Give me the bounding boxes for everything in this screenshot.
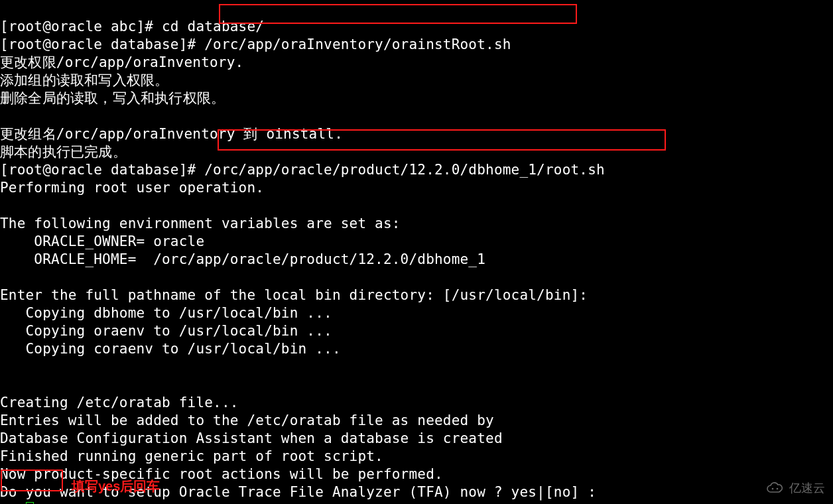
term-line: Entries will be added to the /etc/oratab…: [0, 412, 494, 428]
term-line: 更改权限/orc/app/oraInventory.: [0, 54, 243, 70]
term-line: 脚本的执行已完成。: [0, 144, 127, 160]
cmd-rootsh: /orc/app/oracle/product/12.2.0/dbhome_1/…: [204, 162, 605, 178]
terminal[interactable]: [root@oracle abc]# cd database/ [root@or…: [0, 0, 833, 504]
term-line: 删除全局的读取，写入和执行权限。: [0, 90, 225, 106]
term-prompt: [root@oracle database]#: [0, 162, 204, 178]
term-line: 更改组名/orc/app/oraInventory 到 oinstall.: [0, 126, 343, 142]
term-line: Database Configuration Assistant when a …: [0, 430, 503, 446]
term-line: Copying dbhome to /usr/local/bin ...: [0, 305, 332, 321]
term-line: Creating /etc/oratab file...: [0, 395, 239, 410]
term-line: ORACLE_HOME= /orc/app/oracle/product/12.…: [0, 251, 485, 267]
term-line: Enter the full pathname of the local bin…: [0, 287, 588, 303]
term-line: Now product-specific root actions will b…: [0, 466, 443, 482]
term-line: Finished running generic part of root sc…: [0, 448, 383, 464]
term-line: Copying oraenv to /usr/local/bin ...: [0, 323, 332, 339]
term-line: 添加组的读取和写入权限。: [0, 72, 168, 88]
term-line: Copying coraenv to /usr/local/bin ...: [0, 341, 341, 357]
annotation-label: 填写yes后回车: [72, 477, 160, 495]
term-line: The following environment variables are …: [0, 216, 401, 231]
term-line: Performing root user operation.: [0, 180, 264, 196]
term-line: [root@oracle abc]# cd database/: [0, 19, 264, 34]
cmd-orainstroot: /orc/app/oraInventory/orainstRoot.sh: [204, 36, 511, 52]
term-prompt: [root@oracle database]#: [0, 36, 204, 52]
term-line: ORACLE_OWNER= oracle: [0, 233, 204, 249]
